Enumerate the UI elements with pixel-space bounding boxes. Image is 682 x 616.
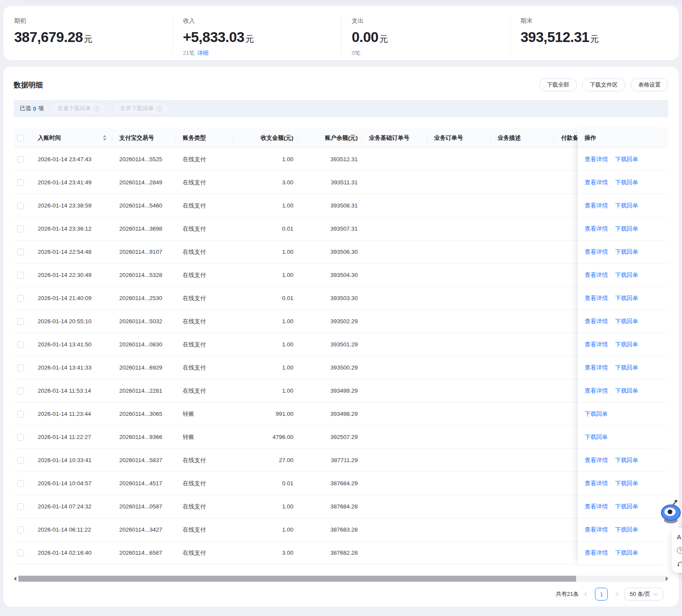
download-receipt-link[interactable]: 下载回单 — [585, 410, 608, 418]
merge-download-button[interactable]: 合并下载回单 i — [113, 102, 169, 115]
row-checkbox[interactable] — [17, 156, 24, 163]
download-receipt-link[interactable]: 下载回单 — [615, 318, 638, 325]
cell-amount: 0.01 — [233, 217, 298, 240]
cell-description — [491, 264, 554, 286]
next-page-icon[interactable] — [614, 592, 619, 596]
download-receipt-link[interactable]: 下载回单 — [615, 364, 638, 372]
cell-description — [491, 449, 554, 472]
row-checkbox[interactable] — [17, 526, 24, 533]
horizontal-scrollbar — [14, 576, 668, 582]
cell-base-order — [362, 472, 427, 495]
download-receipt-link[interactable]: 下载回单 — [615, 202, 638, 210]
view-detail-link[interactable]: 查看详情 — [585, 480, 608, 487]
row-checkbox[interactable] — [17, 318, 24, 325]
cell-type: 在线支付 — [176, 495, 233, 518]
row-checkbox[interactable] — [17, 295, 24, 302]
row-actions: 查看详情 下载回单 — [578, 264, 668, 287]
download-settings-button[interactable]: 下载全部 — [539, 78, 577, 91]
download-receipt-link[interactable]: 下载回单 — [615, 156, 638, 163]
view-detail-link[interactable]: 查看详情 — [585, 387, 608, 395]
cell-amount: 1.00 — [233, 379, 298, 402]
download-receipt-link[interactable]: 下载回单 — [615, 387, 638, 395]
view-detail-link[interactable]: 查看详情 — [585, 549, 608, 557]
row-checkbox-cell — [14, 310, 31, 333]
row-checkbox[interactable] — [17, 272, 24, 279]
cell-base-order — [362, 264, 427, 286]
download-settings-button[interactable]: 下载文件区 — [582, 78, 625, 91]
download-receipt-link[interactable]: 下载回单 — [615, 480, 638, 487]
table-row: 2026-01-14 22:54:48 20260114...9107 在线支付… — [14, 240, 668, 264]
download-receipt-link[interactable]: 下载回单 — [615, 457, 638, 464]
download-settings-button[interactable]: 表格设置 — [631, 78, 668, 91]
row-checkbox[interactable] — [17, 249, 24, 255]
download-receipt-link[interactable]: 下载回单 — [615, 549, 638, 557]
page-size-select[interactable]: 50 条/页 — [624, 588, 663, 601]
table-row: 2026-01-14 13:41:33 20260114...6929 在线支付… — [14, 356, 668, 379]
cell-txn-id: 20260114...2530 — [112, 287, 176, 310]
row-checkbox[interactable] — [17, 225, 24, 232]
download-receipt-link[interactable]: 下载回单 — [615, 341, 638, 349]
view-detail-link[interactable]: 查看详情 — [585, 225, 608, 233]
cell-description — [491, 217, 554, 240]
row-checkbox[interactable] — [17, 411, 24, 418]
download-receipt-link[interactable]: 下载回单 — [615, 248, 638, 256]
cell-type: 在线支付 — [176, 518, 233, 541]
summary-detail-link[interactable]: 详细 — [197, 50, 208, 56]
view-detail-link[interactable]: 查看详情 — [585, 457, 608, 464]
download-receipt-link[interactable]: 下载回单 — [615, 294, 638, 302]
column-header-type: 账务类型 — [176, 128, 233, 147]
scroll-right-arrow-icon[interactable] — [666, 577, 668, 581]
download-receipt-link[interactable]: 下载回单 — [615, 503, 638, 511]
row-checkbox[interactable] — [17, 179, 24, 186]
cell-description — [491, 310, 554, 333]
prev-page-icon[interactable] — [585, 592, 589, 596]
row-checkbox[interactable] — [17, 364, 24, 371]
view-detail-link[interactable]: 查看详情 — [585, 364, 608, 372]
headset-icon[interactable] — [677, 560, 682, 568]
row-checkbox[interactable] — [17, 341, 24, 348]
cell-balance: 393500.29 — [298, 356, 362, 379]
download-receipt-link[interactable]: 下载回单 — [585, 433, 608, 441]
scroll-left-arrow-icon[interactable] — [14, 577, 16, 581]
view-detail-link[interactable]: 查看详情 — [585, 526, 608, 534]
scrollbar-track[interactable] — [576, 576, 666, 582]
section-title: 数据明细 — [14, 80, 43, 90]
view-detail-link[interactable]: 查看详情 — [585, 271, 608, 279]
row-checkbox[interactable] — [17, 202, 24, 209]
view-detail-link[interactable]: 查看详情 — [585, 318, 608, 325]
download-receipt-link[interactable]: 下载回单 — [615, 225, 638, 233]
view-detail-link[interactable]: 查看详情 — [585, 179, 608, 186]
cell-balance: 393504.30 — [298, 264, 362, 286]
download-receipt-link[interactable]: 下载回单 — [615, 271, 638, 279]
download-receipt-link[interactable]: 下载回单 — [615, 526, 638, 534]
cell-type: 转账 — [176, 426, 233, 448]
row-checkbox[interactable] — [17, 480, 24, 487]
view-detail-link[interactable]: 查看详情 — [585, 341, 608, 349]
batch-download-label: 批量下载回单 — [57, 105, 91, 112]
summary-amount: 0.00 — [352, 29, 378, 45]
row-checkbox[interactable] — [17, 457, 24, 464]
view-detail-link[interactable]: 查看详情 — [585, 156, 608, 163]
row-checkbox[interactable] — [17, 503, 24, 510]
cell-txn-id: 20260114...4517 — [112, 472, 176, 495]
select-all-checkbox[interactable] — [17, 135, 24, 141]
cell-txn-id: 20260114...9366 — [112, 426, 176, 448]
scrollbar-thumb[interactable] — [18, 576, 576, 582]
view-detail-link[interactable]: 查看详情 — [585, 202, 608, 210]
row-checkbox[interactable] — [17, 388, 24, 394]
row-checkbox[interactable] — [17, 434, 24, 441]
page-number-button[interactable]: 1 — [595, 588, 608, 601]
help-icon[interactable]: ? — [677, 547, 682, 554]
cell-base-order — [362, 403, 427, 425]
view-detail-link[interactable]: 查看详情 — [585, 503, 608, 511]
batch-download-button[interactable]: 批量下载回单 i — [51, 102, 106, 115]
row-checkbox[interactable] — [17, 550, 24, 556]
table-row: 2026-01-14 11:22:27 20260114...9366 转账 4… — [14, 426, 668, 449]
cell-base-order — [362, 541, 427, 564]
view-detail-link[interactable]: 查看详情 — [585, 248, 608, 256]
column-header-time: 入账时间 — [31, 128, 112, 147]
sort-icon[interactable] — [103, 135, 106, 141]
view-detail-link[interactable]: 查看详情 — [585, 294, 608, 302]
download-receipt-link[interactable]: 下载回单 — [615, 179, 638, 186]
robot-icon[interactable] — [661, 499, 682, 525]
